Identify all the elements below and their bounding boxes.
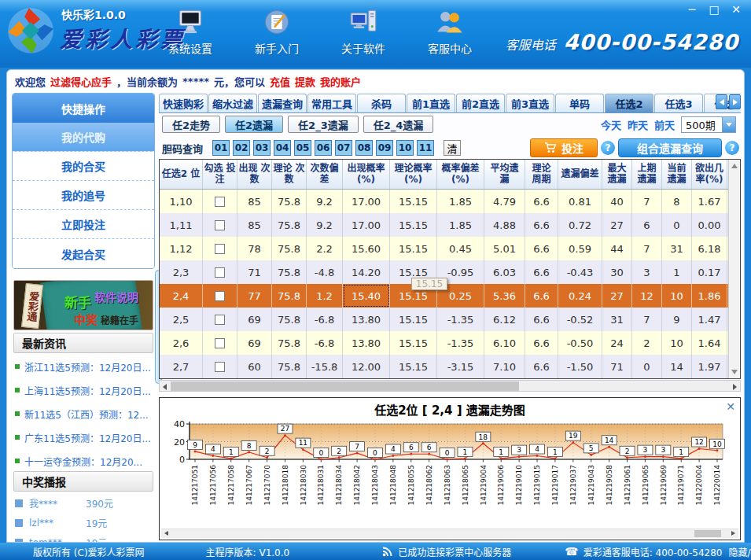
- danma-number-04[interactable]: 04: [274, 140, 291, 156]
- subtab-任2_4遗漏[interactable]: 任2_4遗漏: [363, 116, 434, 133]
- promo-banner[interactable]: 爱彩通 新手 软件说明 中奖 秘籍在手: [13, 280, 153, 330]
- sidebar-item-1[interactable]: 我的代购: [13, 123, 154, 152]
- tab-遗漏查询[interactable]: 遗漏查询: [258, 94, 307, 112]
- toolbar-support-center[interactable]: 客服中心: [421, 6, 479, 56]
- tab-前1直选[interactable]: 前1直选: [407, 94, 455, 112]
- tab-前2直选[interactable]: 前2直选: [456, 94, 505, 112]
- chart-scroll-left-icon[interactable]: [164, 531, 168, 536]
- sidebar-item-4[interactable]: 立即投注: [13, 210, 154, 239]
- danma-number-07[interactable]: 07: [335, 140, 352, 156]
- chart-hscroll-thumb[interactable]: [694, 530, 721, 537]
- cell-val-5: -3.15: [437, 355, 484, 378]
- combo-help-icon[interactable]: ?: [725, 141, 739, 155]
- day-link-yesterday[interactable]: 昨天: [628, 117, 648, 132]
- chart-scroll-right-icon[interactable]: [731, 531, 735, 536]
- bet-checkbox[interactable]: [215, 315, 225, 325]
- news-text: 上海11选5预测：12月20日...: [24, 384, 151, 397]
- day-link-today[interactable]: 今天: [601, 117, 621, 132]
- cell-val-5: 0.45: [437, 237, 484, 260]
- toolbar-beginner-guide[interactable]: 新手入门: [248, 6, 306, 56]
- scroll-down-arrow-icon[interactable]: [731, 370, 738, 374]
- danma-number-08[interactable]: 08: [355, 140, 373, 156]
- table-row-1,12[interactable]: 1,127875.82.215.6015.150.455.016.60.5944…: [160, 237, 740, 260]
- maximize-button[interactable]: □: [707, 3, 721, 16]
- danma-number-05[interactable]: 05: [294, 140, 311, 156]
- close-button[interactable]: ✕: [729, 3, 743, 16]
- scroll-right-arrow-icon[interactable]: [733, 384, 737, 390]
- table-row-2,6[interactable]: 2,66975.8-6.813.8015.15-1.356.106.6-0.50…: [160, 331, 740, 355]
- bet-button[interactable]: 投注: [530, 138, 598, 157]
- bet-checkbox[interactable]: [215, 197, 225, 207]
- tab-前3直选[interactable]: 前3直选: [506, 94, 554, 112]
- news-item-4[interactable]: 十一运夺金预测：12月20...: [15, 449, 153, 473]
- bet-checkbox[interactable]: [215, 220, 225, 230]
- subtab-任2走势[interactable]: 任2走势: [162, 116, 220, 133]
- tab-任选2[interactable]: 任选2: [605, 94, 653, 112]
- danma-number-03[interactable]: 03: [253, 140, 271, 156]
- table-header-row: 任选2 位勾选 投注出现 次数理论 次数次数偏 差出现概率 (%)理论概率 (%…: [160, 160, 740, 190]
- danma-number-06[interactable]: 06: [315, 140, 332, 156]
- tab-杀码[interactable]: 杀码: [357, 94, 406, 112]
- toolbar-about[interactable]: 关于软件: [334, 6, 392, 56]
- username-link[interactable]: 过滤得心应手: [50, 74, 112, 89]
- table-vertical-scrollbar[interactable]: [728, 160, 740, 378]
- hscroll-thumb[interactable]: [171, 381, 519, 391]
- danma-number-11[interactable]: 11: [417, 140, 434, 156]
- chart-close-icon[interactable]: ✕: [726, 400, 735, 413]
- cell-val-1: 75.8: [272, 213, 307, 237]
- tab-单码[interactable]: 单码: [555, 94, 604, 112]
- svg-text:3: 3: [643, 446, 648, 454]
- scroll-up-arrow-icon[interactable]: [731, 164, 738, 168]
- table-row-1,10[interactable]: 1,108575.89.217.0015.151.854.796.60.8140…: [160, 190, 740, 213]
- news-item-1[interactable]: 上海11选5预测：12月20日...: [15, 378, 153, 402]
- bet-checkbox[interactable]: [215, 338, 225, 348]
- period-select[interactable]: 500期: [681, 116, 736, 133]
- news-header: 最新资讯: [13, 333, 153, 353]
- sidebar-item-0[interactable]: 快捷操作: [13, 94, 154, 123]
- sidebar-item-2[interactable]: 我的合买: [13, 152, 154, 181]
- table-row-2,3[interactable]: 2,37175.8-4.814.2015.15-0.956.036.6-0.43…: [160, 260, 740, 284]
- tab-快速购彩[interactable]: 快速购彩: [159, 94, 208, 112]
- chart-horizontal-scrollbar[interactable]: [161, 529, 738, 538]
- tab-scroll-right-button[interactable]: [729, 94, 741, 109]
- table-row-2,4[interactable]: 2,47775.81.215.4015.150.255.366.60.24271…: [160, 284, 740, 308]
- bet-checkbox[interactable]: [215, 362, 225, 372]
- news-item-2[interactable]: 新11选5（江西）预测：12...: [15, 402, 153, 426]
- bet-checkbox[interactable]: [215, 267, 225, 278]
- clear-button[interactable]: 清: [444, 140, 461, 156]
- tab-任选3[interactable]: 任选3: [654, 94, 703, 112]
- subtab-任2_3遗漏[interactable]: 任2_3遗漏: [288, 116, 359, 133]
- news-item-0[interactable]: 浙江11选5预测：12月20日...: [15, 355, 153, 378]
- cell-val-1: 75.8: [272, 237, 307, 260]
- minimize-button[interactable]: ─: [685, 3, 699, 16]
- subtab-任2遗漏[interactable]: 任2遗漏: [225, 116, 283, 133]
- danma-number-09[interactable]: 09: [376, 140, 393, 156]
- day-link-daybefore[interactable]: 前天: [654, 117, 675, 132]
- sidebar-item-3[interactable]: 我的追号: [13, 181, 154, 210]
- bet-checkbox[interactable]: [215, 291, 225, 301]
- news-item-3[interactable]: 广东11选5预测：12月20日...: [15, 426, 153, 449]
- bet-help-icon[interactable]: ?: [601, 141, 615, 155]
- toolbar-system-settings[interactable]: 系统设置: [161, 6, 219, 56]
- table-row-2,5[interactable]: 2,56975.8-6.813.8015.15-1.356.126.6-0.52…: [160, 308, 740, 331]
- sidebar-item-5[interactable]: 发起合买: [13, 239, 154, 268]
- recharge-link[interactable]: 充值: [270, 74, 290, 89]
- svg-text:141218018: 141218018: [282, 465, 289, 506]
- danma-number-10[interactable]: 10: [396, 140, 414, 156]
- table-row-1,11[interactable]: 1,118575.89.217.0015.151.854.886.60.7227…: [160, 213, 740, 237]
- withdraw-link[interactable]: 提款: [295, 74, 315, 89]
- my-account-link[interactable]: 我的账户: [320, 74, 361, 89]
- danma-number-01[interactable]: 01: [212, 140, 230, 156]
- cell-val-2: -4.8: [307, 260, 343, 284]
- combo-query-button[interactable]: 组合遗漏查询: [618, 138, 722, 157]
- table-row-2,7[interactable]: 2,76075.8-15.812.0015.15-3.157.106.6-1.5…: [160, 355, 740, 378]
- dropdown-arrow-icon[interactable]: [722, 117, 735, 132]
- bet-checkbox[interactable]: [215, 244, 225, 254]
- table-horizontal-scrollbar[interactable]: [159, 380, 741, 392]
- scroll-left-arrow-icon[interactable]: [163, 384, 167, 390]
- svg-text:4: 4: [211, 445, 215, 453]
- danma-number-02[interactable]: 02: [233, 140, 250, 156]
- tab-缩水过滤[interactable]: 缩水过滤: [208, 94, 257, 112]
- tab-常用工具[interactable]: 常用工具: [307, 94, 356, 112]
- tab-scroll-left-button[interactable]: [716, 94, 727, 109]
